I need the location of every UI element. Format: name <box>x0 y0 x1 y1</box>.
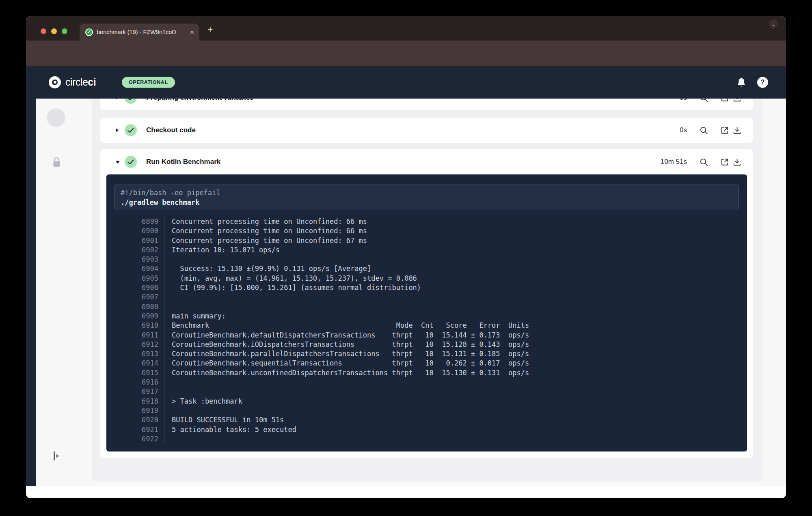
step-title: Checkout code <box>146 126 680 134</box>
log-line-number: 6908 <box>106 302 158 312</box>
log-line-text: CoroutineBenchmark.defaultDispatchersTra… <box>164 331 747 340</box>
log-line-text: Concurrent processing time on Unconfined… <box>164 217 747 226</box>
log-line-number: 6921 <box>106 425 158 434</box>
log-line-text: BUILD SUCCESSFUL in 10m 51s <box>164 415 747 425</box>
circleci-logo-text: circleci <box>65 76 96 88</box>
success-check-icon <box>125 124 137 136</box>
log-line: 6909main summary: <box>106 312 747 321</box>
log-line-text <box>164 292 747 302</box>
expand-sidebar-button[interactable] <box>52 451 62 461</box>
log-line-number: 6910 <box>106 321 158 330</box>
expand-panel-icon <box>52 451 62 461</box>
caret-down-icon[interactable] <box>115 160 121 164</box>
log-line: 6901Concurrent processing time on Unconf… <box>106 236 747 245</box>
log-line-number: 6919 <box>106 406 158 415</box>
log-line-text: CoroutineBenchmark.iODispatchersTransact… <box>164 340 747 349</box>
log-line: 6905 (min, avg, max) = (14.961, 15.130, … <box>106 274 747 283</box>
step-row-checkout-code[interactable]: Checkout code 0s <box>100 118 753 143</box>
log-line-number: 6916 <box>106 378 158 387</box>
log-line-number: 6922 <box>106 434 158 444</box>
log-line: 6914CoroutineBenchmark.sequentialTransac… <box>106 359 747 368</box>
search-log-icon[interactable] <box>699 157 708 167</box>
notifications-bell-icon[interactable] <box>736 77 747 88</box>
shebang-line: #!/bin/bash -eo pipefail <box>121 188 739 198</box>
log-line-number: 6905 <box>106 274 158 283</box>
log-line-number: 6917 <box>106 387 158 396</box>
status-badge-operational[interactable]: OPERATIONAL <box>122 77 175 88</box>
open-external-icon[interactable] <box>720 157 729 167</box>
log-line-text <box>164 255 747 264</box>
log-line: 6908 <box>106 302 747 312</box>
log-line-number: 6899 <box>106 217 158 226</box>
log-line: 6906 CI (99.9%): [15.000, 15.261] (assum… <box>106 283 747 292</box>
search-log-icon[interactable] <box>699 126 708 135</box>
log-line-text <box>164 378 747 387</box>
log-line-text: > Task :benchmark <box>164 397 747 406</box>
app-left-navy-strip <box>26 99 36 486</box>
log-line-number: 6912 <box>106 340 158 349</box>
log-line-number: 6900 <box>106 226 158 236</box>
log-line: 6911CoroutineBenchmark.defaultDispatcher… <box>106 331 747 340</box>
tab-strip: ✓ benchmark (19) - FZW9n1coD × + ⌄ <box>26 16 786 41</box>
log-line-text <box>164 387 747 396</box>
log-line: 6915CoroutineBenchmark.unconfinedDispatc… <box>106 368 747 378</box>
log-line: 6899Concurrent processing time on Unconf… <box>106 217 747 226</box>
minimize-window-button[interactable] <box>51 28 57 34</box>
tab-search-chevron-icon[interactable]: ⌄ <box>769 19 778 28</box>
step-duration: 0s <box>680 126 687 134</box>
log-line-text: Concurrent processing time on Unconfined… <box>164 236 747 245</box>
log-line: 6917 <box>106 387 747 396</box>
log-line-text: 5 actionable tasks: 5 executed <box>164 425 747 434</box>
log-line-number: 6920 <box>106 415 158 425</box>
circleci-logo-icon <box>49 76 61 88</box>
sidebar-divider <box>37 139 80 139</box>
tab-title: benchmark (19) - FZW9n1coD <box>97 29 188 35</box>
log-line: 6903 <box>106 255 747 264</box>
circleci-logo[interactable]: circleci <box>49 66 96 99</box>
log-line: 6918> Task :benchmark <box>106 397 747 406</box>
step-block-run-kotlin-benchmark: Run Kotlin Benchmark 10m 51s #!/bin/bash… <box>100 149 753 458</box>
log-line: 69215 actionable tasks: 5 executed <box>106 425 747 434</box>
close-window-button[interactable] <box>41 28 46 34</box>
tab-favicon-success-icon: ✓ <box>85 28 93 36</box>
circleci-header: circleci OPERATIONAL ? <box>26 66 786 99</box>
terminal-output[interactable]: #!/bin/bash -eo pipefail ./gradlew bench… <box>106 174 747 452</box>
step-row-run-kotlin-benchmark[interactable]: Run Kotlin Benchmark 10m 51s <box>100 149 753 174</box>
log-line-text: Iteration 10: 15.071 ops/s <box>164 245 747 255</box>
log-line: 6910Benchmark Mode Cnt Score Error Units <box>106 321 747 330</box>
log-line-number: 6901 <box>106 236 158 245</box>
log-line: 6919 <box>106 406 747 415</box>
log-line-number: 6909 <box>106 312 158 321</box>
log-line-text <box>164 406 747 415</box>
browser-toolbar: app.circleci.com/pipelines/circleci/FZW9… <box>26 41 786 66</box>
step-duration: 10m 51s <box>661 158 687 166</box>
log-line-text: main summary: <box>164 312 747 321</box>
fullscreen-window-button[interactable] <box>62 28 67 34</box>
browser-tab[interactable]: ✓ benchmark (19) - FZW9n1coD × <box>80 24 199 41</box>
log-line-number: 6914 <box>106 359 158 368</box>
close-tab-icon[interactable]: × <box>190 29 194 36</box>
log-line-text: Success: 15.130 ±(99.9%) 0.131 ops/s [Av… <box>164 264 747 273</box>
log-line-number: 6915 <box>106 368 158 378</box>
caret-right-icon[interactable] <box>115 127 121 133</box>
help-icon[interactable]: ? <box>757 77 768 88</box>
new-tab-button[interactable]: + <box>205 24 216 35</box>
open-external-icon[interactable] <box>720 126 729 135</box>
command-line: ./gradlew benchmark <box>121 198 739 207</box>
log-line-number: 6907 <box>106 292 158 302</box>
sidebar-avatar[interactable] <box>47 108 65 127</box>
log-line-text: (min, avg, max) = (14.961, 15.130, 15.23… <box>164 274 747 283</box>
brand-bold: ci <box>88 76 96 88</box>
terminal-log: 6899Concurrent processing time on Unconf… <box>106 217 747 444</box>
log-line-text: Benchmark Mode Cnt Score Error Units <box>164 321 747 330</box>
log-line-text: CoroutineBenchmark.sequentialTransaction… <box>164 359 747 368</box>
log-line-text: Concurrent processing time on Unconfined… <box>164 226 747 236</box>
download-log-icon[interactable] <box>732 157 742 167</box>
log-line: 6912CoroutineBenchmark.iODispatchersTran… <box>106 340 747 349</box>
success-check-icon <box>125 156 137 168</box>
log-line-text: CI (99.9%): [15.000, 15.261] (assumes no… <box>164 283 747 292</box>
log-line: 6902Iteration 10: 15.071 ops/s <box>106 245 747 255</box>
log-line: 6904 Success: 15.130 ±(99.9%) 0.131 ops/… <box>106 264 747 273</box>
step-title: Run Kotlin Benchmark <box>146 158 661 166</box>
download-log-icon[interactable] <box>732 126 742 135</box>
